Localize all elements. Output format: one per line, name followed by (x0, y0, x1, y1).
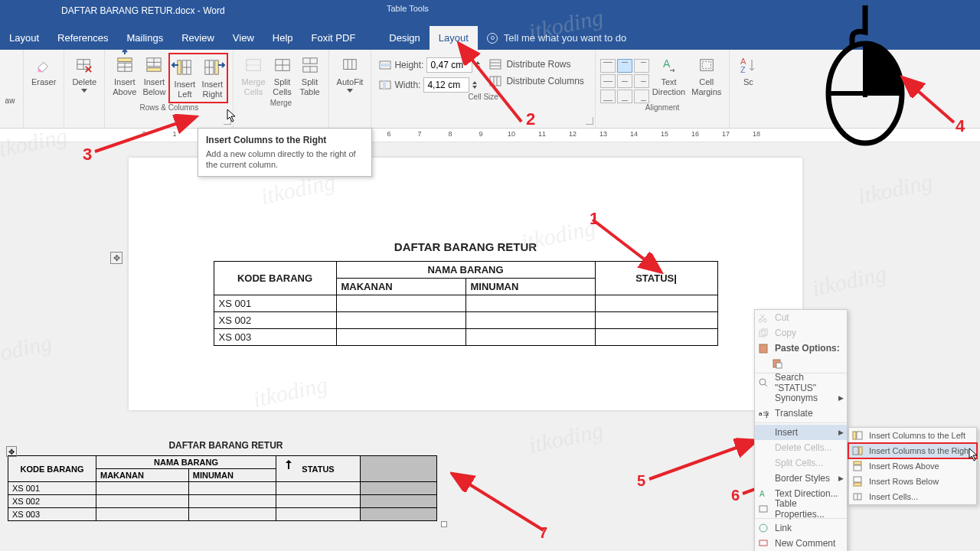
group-merge: Merge (270, 99, 292, 110)
insert-right-button[interactable]: Insert Right (198, 55, 226, 101)
svg-rect-64 (859, 447, 862, 455)
submenu-insert-col-left[interactable]: Insert Columns to the Left (849, 428, 976, 443)
tab-review[interactable]: Review (172, 26, 224, 50)
ctx-new-comment[interactable]: New Comment (755, 536, 847, 551)
width-input[interactable] (423, 77, 469, 93)
insert-below-button[interactable]: Insert Below (139, 53, 168, 99)
submenu-insert-row-below[interactable]: Insert Rows Below (849, 474, 976, 489)
svg-rect-61 (853, 432, 856, 439)
submenu-insert-row-above[interactable]: Insert Rows Above (849, 458, 976, 474)
autofit-button[interactable]: AutoFit (334, 53, 367, 94)
row-height-field[interactable]: Height: (379, 57, 480, 73)
autofit-icon (339, 54, 361, 76)
tab-layout-page[interactable]: Layout (0, 26, 48, 50)
ctx-search[interactable]: Search "STATUS" (755, 375, 847, 390)
column-width-field[interactable]: Width: (379, 77, 480, 93)
ctx-table-properties[interactable]: Table Properties... (755, 501, 847, 517)
insert-above-button[interactable]: Insert Above (109, 53, 139, 99)
tell-me-search[interactable]: Tell me what you want to do (478, 32, 635, 50)
distribute-columns-button[interactable]: Distribute Columns (489, 76, 583, 86)
ribbon-tooltip: Insert Columns to the Right Add a new co… (198, 128, 372, 177)
svg-rect-43 (702, 61, 710, 68)
alignment-grid[interactable] (600, 53, 649, 103)
table-row: XS 002 (214, 312, 717, 329)
delete-table-icon (74, 54, 95, 76)
tab-mailings[interactable]: Mailings (118, 26, 173, 50)
svg-rect-58 (760, 506, 767, 512)
table-row: XS 003 (214, 329, 717, 346)
tab-table-design[interactable]: Design (380, 26, 429, 50)
table-resize-handle[interactable] (441, 521, 447, 527)
ctx-link[interactable]: Link (755, 520, 847, 536)
tab-view[interactable]: View (224, 26, 263, 50)
document-page: DAFTAR BARANG RETUR KODE BARANG NAMA BAR… (129, 158, 802, 410)
insert-left-icon (174, 57, 195, 78)
insert-right-icon (201, 57, 223, 78)
cell-margins-button[interactable]: Cell Margins (688, 53, 724, 99)
annotation-5: 5 (637, 472, 645, 490)
submenu-insert-col-right[interactable]: Insert Columns to the Right (849, 443, 976, 458)
text-direction-button[interactable]: A Text Direction (649, 53, 688, 99)
header-kode[interactable]: KODE BARANG (214, 262, 336, 295)
header-makanan[interactable]: MAKANAN (336, 279, 466, 295)
ctx-border-styles[interactable]: Border Styles▶ (755, 471, 847, 486)
table-move-handle[interactable] (6, 446, 17, 457)
tab-help[interactable]: Help (263, 26, 302, 50)
svg-rect-68 (854, 483, 861, 486)
svg-text:A: A (760, 490, 765, 498)
ctx-paste-keep-source[interactable] (755, 356, 847, 371)
main-data-table[interactable]: KODE BARANG NAMA BARANG STATUS| MAKANAN … (214, 261, 718, 346)
eraser-button[interactable]: Eraser (28, 53, 59, 89)
header-nama[interactable]: NAMA BARANG (336, 262, 595, 279)
height-spinner[interactable] (475, 61, 480, 69)
svg-point-53 (760, 379, 766, 385)
delete-button[interactable]: Delete (69, 53, 100, 94)
group-cell-size: Cell Size (468, 93, 498, 104)
eraser-icon (33, 54, 54, 76)
group-rows-columns: Rows & Columns (139, 103, 198, 115)
tab-references[interactable]: References (48, 26, 117, 50)
annotation-7: 7 (539, 524, 547, 542)
height-input[interactable] (426, 57, 472, 73)
sort-button[interactable]: AZ Sc (734, 53, 762, 89)
ctx-delete-cells: Delete Cells... (755, 440, 847, 455)
ctx-synonyms[interactable]: Synonyms▶ (755, 390, 847, 406)
svg-rect-65 (854, 461, 861, 465)
ctx-insert[interactable]: Insert▶ (755, 425, 847, 440)
split-table-button[interactable]: Split Table (296, 53, 324, 99)
distribute-rows-button[interactable]: Distribute Rows (489, 59, 583, 70)
new-column-header[interactable] (361, 456, 437, 482)
svg-rect-62 (857, 432, 862, 439)
submenu-insert-cells[interactable]: Insert Cells... (849, 489, 976, 504)
cell-margins-icon (696, 54, 717, 76)
svg-rect-28 (344, 60, 357, 70)
tab-table-layout[interactable]: Layout (430, 26, 478, 50)
svg-rect-63 (853, 447, 858, 455)
table-tools-contextual: Table Tools (368, 0, 448, 21)
table-move-handle[interactable] (110, 252, 122, 264)
ctx-translate[interactable]: a字Translate (755, 406, 847, 421)
lower-example-table-container: DAFTAR BARANG RETUR KODE BARANG NAMA BAR… (8, 440, 444, 521)
cell-size-launcher[interactable] (586, 117, 593, 125)
lower-data-table[interactable]: KODE BARANG NAMA BARANG STATUS MAKANAN M… (8, 455, 437, 521)
header-minuman[interactable]: MINUMAN (466, 279, 595, 295)
split-cells-button[interactable]: Split Cells (269, 53, 296, 99)
tab-foxit-pdf[interactable]: Foxit PDF (302, 26, 365, 50)
annotation-1: 1 (590, 209, 599, 229)
ctx-cut: Cut (755, 310, 847, 325)
header-status[interactable]: STATUS| (595, 262, 717, 295)
split-table-icon (299, 54, 321, 76)
svg-rect-50 (760, 344, 767, 353)
sort-icon: AZ (737, 54, 759, 76)
tooltip-title: Insert Columns to the Right (206, 135, 364, 145)
svg-rect-10 (147, 68, 161, 72)
group-alignment: Alignment (645, 103, 679, 115)
svg-rect-34 (383, 81, 386, 89)
width-spinner[interactable] (472, 81, 477, 89)
insert-left-button[interactable]: Insert Left (171, 55, 198, 101)
insert-submenu: Insert Columns to the Left Insert Column… (848, 427, 977, 505)
mouse-right-click-icon (823, 2, 907, 150)
chevron-down-icon (81, 89, 87, 93)
svg-rect-66 (854, 465, 861, 471)
ribbon-draw-group: aw (2, 53, 18, 107)
